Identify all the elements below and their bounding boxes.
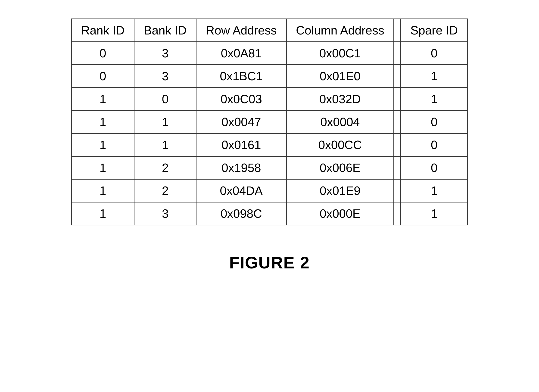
cell-spare-id: 1 [401, 179, 467, 202]
row-gap [394, 134, 401, 156]
cell-row-address: 0x1958 [196, 156, 286, 179]
cell-col-address: 0x00C1 [286, 42, 394, 65]
cell-bank-id: 3 [134, 202, 196, 225]
cell-spare-id: 0 [401, 111, 467, 134]
header-bank-id: Bank ID [134, 19, 196, 42]
row-gap [394, 156, 401, 179]
figure-caption: FIGURE 2 [229, 253, 310, 272]
cell-bank-id: 1 [134, 134, 196, 156]
cell-col-address: 0x0004 [286, 111, 394, 134]
cell-row-address: 0x0A81 [196, 42, 286, 65]
cell-row-address: 0x0161 [196, 134, 286, 156]
cell-bank-id: 0 [134, 88, 196, 111]
cell-rank-id: 1 [72, 134, 134, 156]
row-gap [394, 111, 401, 134]
cell-rank-id: 0 [72, 42, 134, 65]
cell-rank-id: 1 [72, 179, 134, 202]
cell-spare-id: 0 [401, 156, 467, 179]
header-gap [394, 19, 401, 42]
header-row-address: Row Address [196, 19, 286, 42]
cell-row-address: 0x0047 [196, 111, 286, 134]
table-row: 120x19580x006E0 [72, 156, 467, 179]
cell-rank-id: 1 [72, 111, 134, 134]
row-gap [394, 202, 401, 225]
row-gap [394, 42, 401, 65]
cell-col-address: 0x01E0 [286, 65, 394, 88]
cell-col-address: 0x032D [286, 88, 394, 111]
cell-bank-id: 3 [134, 42, 196, 65]
cell-rank-id: 1 [72, 156, 134, 179]
cell-spare-id: 1 [401, 88, 467, 111]
row-gap [394, 179, 401, 202]
table-header-row: Rank ID Bank ID Row Address Column Addre… [72, 19, 467, 42]
header-col-address: Column Address [286, 19, 394, 42]
table-row: 030x0A810x00C10 [72, 42, 467, 65]
header-rank-id: Rank ID [72, 19, 134, 42]
cell-spare-id: 0 [401, 42, 467, 65]
row-gap [394, 88, 401, 111]
cell-row-address: 0x1BC1 [196, 65, 286, 88]
cell-spare-id: 1 [401, 202, 467, 225]
table-row: 120x04DA0x01E91 [72, 179, 467, 202]
cell-rank-id: 1 [72, 202, 134, 225]
cell-spare-id: 1 [401, 65, 467, 88]
data-table: Rank ID Bank ID Row Address Column Addre… [71, 19, 468, 225]
header-spare-id: Spare ID [401, 19, 467, 42]
cell-bank-id: 2 [134, 156, 196, 179]
cell-col-address: 0x00CC [286, 134, 394, 156]
row-gap [394, 65, 401, 88]
cell-rank-id: 1 [72, 88, 134, 111]
cell-row-address: 0x0C03 [196, 88, 286, 111]
table-row: 110x00470x00040 [72, 111, 467, 134]
cell-bank-id: 1 [134, 111, 196, 134]
cell-row-address: 0x04DA [196, 179, 286, 202]
cell-bank-id: 3 [134, 65, 196, 88]
cell-col-address: 0x01E9 [286, 179, 394, 202]
cell-row-address: 0x098C [196, 202, 286, 225]
table-row: 130x098C0x000E1 [72, 202, 467, 225]
cell-col-address: 0x000E [286, 202, 394, 225]
cell-col-address: 0x006E [286, 156, 394, 179]
table-row: 110x01610x00CC0 [72, 134, 467, 156]
main-table-container: Rank ID Bank ID Row Address Column Addre… [71, 19, 468, 225]
cell-bank-id: 2 [134, 179, 196, 202]
cell-rank-id: 0 [72, 65, 134, 88]
table-row: 030x1BC10x01E01 [72, 65, 467, 88]
table-row: 100x0C030x032D1 [72, 88, 467, 111]
cell-spare-id: 0 [401, 134, 467, 156]
